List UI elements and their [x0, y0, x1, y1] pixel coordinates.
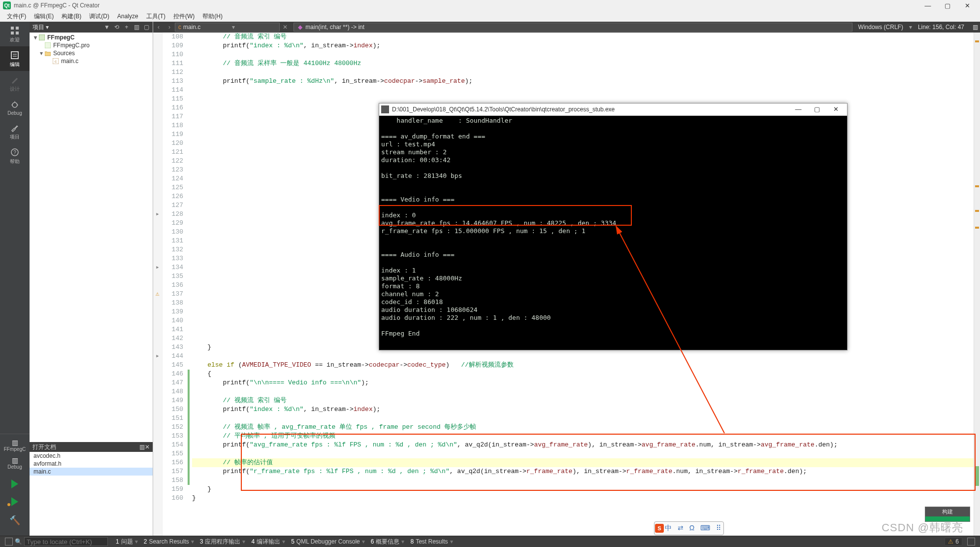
gutter-markers: ▸▸⚠▸ [153, 33, 163, 536]
svg-text:c: c [55, 59, 57, 64]
window-title: main.c @ FFmpegC - Qt Creator [14, 2, 99, 9]
open-files-title: 打开文档 [33, 443, 56, 451]
split-editor-button[interactable]: ▥ [970, 24, 980, 31]
app-window: Qt main.c @ FFmpegC - Qt Creator — ▢ ✕ 文… [0, 0, 980, 547]
chevron-down-icon[interactable]: ▾ [46, 24, 49, 31]
svg-text:?: ? [13, 150, 16, 155]
line-col-label[interactable]: Line: 156, Col: 47 [912, 24, 970, 31]
svg-rect-4 [11, 52, 18, 59]
mode-help[interactable]: ? 帮助 [0, 143, 30, 168]
tree-mainc-file[interactable]: c main.c [30, 57, 153, 65]
svg-rect-0 [11, 27, 14, 30]
function-icon: ◆ [298, 24, 302, 31]
menu-tools[interactable]: 工具(T) [142, 12, 169, 21]
menu-build[interactable]: 构建(B) [58, 12, 85, 21]
add-icon[interactable]: + [123, 24, 130, 31]
nav-forward-button[interactable]: › [164, 24, 175, 31]
close-doc-icon[interactable]: ✕ [145, 444, 150, 450]
output-tab[interactable]: 8 Test Results ▾ [407, 538, 456, 546]
mode-debug-label: Debug [7, 110, 22, 116]
mode-edit[interactable]: 编辑 [0, 46, 30, 71]
project-panel-header: 项目 ▾ ▼ ⟲ + ▥ ▢ [30, 22, 153, 33]
close-file-button[interactable]: ✕ [280, 24, 291, 31]
tree-sources-folder[interactable]: ▾ Sources [30, 49, 153, 57]
editor: ‹ › c main.c ▾ ✕ ◆ main(int, char **) ->… [153, 22, 980, 536]
output-tab[interactable]: 2 Search Results ▾ [141, 538, 197, 546]
output-tab[interactable]: 3 应用程序输出 ▾ [197, 538, 249, 546]
build-progress-popup[interactable]: 构建 [925, 507, 970, 522]
tree-mainc-label: main.c [61, 58, 78, 65]
run-buttons: 🔨 [9, 476, 20, 536]
project-tree[interactable]: ▾ FFmpegC FFmpegC.pro ▾ Sources c [30, 33, 153, 442]
run-button[interactable] [9, 476, 20, 493]
side-panel: 项目 ▾ ▼ ⟲ + ▥ ▢ ▾ FFmpegC FF [30, 22, 153, 536]
pencil-icon [10, 75, 20, 85]
mode-projects-label: 项目 [10, 134, 20, 139]
menu-debug[interactable]: 调试(D) [85, 12, 113, 21]
qt-logo-icon: Qt [3, 1, 11, 9]
output-tab[interactable]: 6 概要信息 ▾ [368, 538, 408, 546]
svg-rect-2 [11, 32, 14, 34]
tree-pro-label: FFmpegC.pro [53, 42, 90, 49]
open-file-item[interactable]: avcodec.h [30, 452, 153, 460]
mode-welcome-label: 欢迎 [10, 37, 20, 42]
tree-pro-file[interactable]: FFmpegC.pro [30, 41, 153, 49]
split-icon[interactable]: ▥ [133, 24, 140, 31]
symbol-dropdown[interactable]: ◆ main(int, char **) -> int [294, 23, 852, 32]
open-file-item[interactable]: main.c [30, 468, 153, 476]
output-tab[interactable]: 1 问题 ▾ [113, 538, 141, 546]
annotation-arrow [237, 103, 976, 497]
open-files-header: 打开文档 ▥ ✕ [30, 442, 153, 452]
debug-run-button[interactable] [9, 493, 20, 511]
tree-project-root[interactable]: ▾ FFmpegC [30, 34, 153, 41]
nav-back-button[interactable]: ‹ [153, 24, 164, 31]
locator-input[interactable] [24, 537, 108, 546]
filter-icon[interactable]: ▼ [103, 24, 110, 31]
mode-projects[interactable]: 项目 [0, 119, 30, 143]
sidebar-toggle-button[interactable] [5, 538, 13, 546]
current-file-label: main.c [183, 24, 200, 31]
main-row: 欢迎 编辑 设计 Debug 项目 ? 帮助 [0, 22, 980, 536]
mode-welcome[interactable]: 欢迎 [0, 22, 30, 46]
menu-analyze[interactable]: Analyze [113, 13, 142, 20]
link-icon[interactable]: ⟲ [113, 24, 120, 31]
edit-icon [10, 50, 20, 60]
mode-debug[interactable]: Debug [0, 96, 30, 119]
mode-help-label: 帮助 [10, 159, 20, 164]
document-nav-bar: ‹ › c main.c ▾ ✕ ◆ main(int, char **) ->… [153, 22, 980, 33]
project-icon [38, 34, 45, 41]
project-panel-title[interactable]: 项目 [33, 24, 44, 31]
output-tab[interactable]: 5 QML Debugger Console ▾ [288, 538, 368, 546]
open-file-item[interactable]: avformat.h [30, 460, 153, 468]
issues-badge[interactable]: ⚠ 6 [945, 538, 962, 546]
encoding-label[interactable]: Windows (CRLF) [852, 24, 909, 31]
mode-bar: 欢迎 编辑 设计 Debug 项目 ? 帮助 [0, 22, 30, 536]
svg-rect-3 [16, 32, 19, 34]
line-numbers: 1081091101111121131141151161171181191201… [163, 33, 187, 536]
menu-help[interactable]: 帮助(H) [198, 12, 227, 21]
svg-rect-1 [16, 27, 19, 30]
mode-design[interactable]: 设计 [0, 71, 30, 96]
open-files-list[interactable]: avcodec.h avformat.h main.c [30, 452, 153, 536]
target-selector[interactable]: ▥ FFmpegC ▥ Debug [0, 434, 30, 476]
build-button[interactable]: 🔨 [9, 511, 20, 530]
menu-widgets[interactable]: 控件(W) [169, 12, 198, 21]
menu-file[interactable]: 文件(F) [3, 12, 30, 21]
csdn-toolbar[interactable]: S 中 ⇄ Ω ⌨ ⠿ [654, 521, 724, 535]
window-maximize-button[interactable]: ▢ [938, 2, 957, 9]
menu-bar: 文件(F) 编辑(E) 构建(B) 调试(D) Analyze 工具(T) 控件… [0, 11, 980, 22]
folder-icon [44, 50, 51, 57]
split-h-icon[interactable]: ▥ [139, 444, 145, 450]
close-panel-icon[interactable]: ▢ [143, 24, 150, 31]
output-toggle-button[interactable] [967, 538, 975, 546]
svg-line-17 [616, 226, 724, 433]
csdn-icons[interactable]: 中 ⇄ Ω ⌨ ⠿ [665, 524, 723, 533]
menu-edit[interactable]: 编辑(E) [30, 12, 58, 21]
chevron-down-icon: ▾ [232, 24, 235, 31]
title-bar: Qt main.c @ FFmpegC - Qt Creator — ▢ ✕ [0, 0, 980, 11]
output-tab[interactable]: 4 编译输出 ▾ [248, 538, 288, 546]
current-symbol-label: main(int, char **) -> int [305, 24, 364, 31]
file-dropdown[interactable]: c main.c ▾ [175, 23, 280, 32]
window-minimize-button[interactable]: — [918, 2, 938, 9]
window-close-button[interactable]: ✕ [957, 2, 977, 9]
